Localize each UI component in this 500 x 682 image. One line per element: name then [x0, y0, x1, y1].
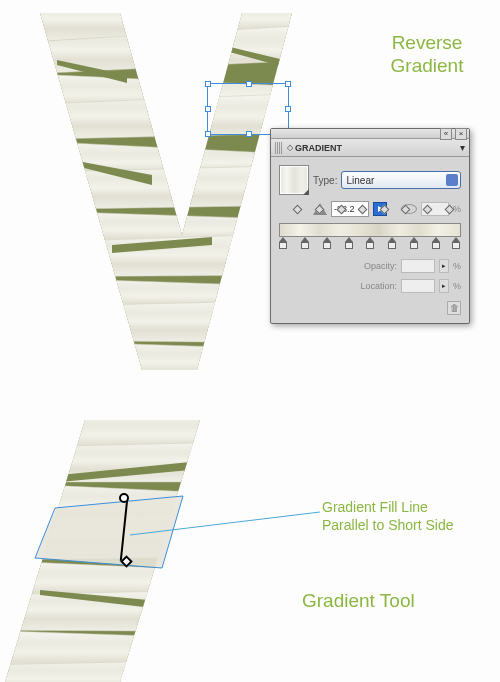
flyout-menu-icon[interactable]: ▾ [460, 142, 465, 153]
bottom-illustration [0, 420, 300, 682]
disclosure-icon[interactable]: ◇ [287, 143, 293, 152]
gradient-ramp[interactable] [279, 223, 461, 237]
type-select[interactable]: Linear [341, 171, 461, 189]
location-label: Location: [360, 281, 397, 291]
panel-title: GRADIENT [295, 143, 342, 153]
type-label: Type: [313, 175, 337, 186]
close-icon[interactable]: × [455, 128, 467, 140]
opacity-label: Opacity: [364, 261, 397, 271]
panel-header: ◇ GRADIENT ▾ [271, 139, 469, 157]
label-gradient-tool: Gradient Tool [302, 590, 415, 613]
trash-icon[interactable]: 🗑 [447, 301, 461, 315]
text: Reverse [392, 32, 463, 53]
label-callout: Gradient Fill Line Parallel to Short Sid… [322, 498, 454, 534]
gradient-panel[interactable]: « × ◇ GRADIENT ▾ Type: Linear -88.2 [270, 128, 470, 324]
location-arrow-icon[interactable]: ▸ [439, 279, 449, 293]
panel-body: Type: Linear -88.2 % [271, 157, 469, 323]
pct: % [453, 261, 461, 271]
panel-collapse-icon[interactable]: « [440, 128, 452, 140]
type-value: Linear [346, 175, 374, 186]
panel-tabbar: « × [271, 129, 469, 139]
gradient-stops[interactable] [279, 239, 461, 253]
v-letter-illustration [12, 5, 302, 375]
text: Parallel to Short Side [322, 517, 454, 533]
text: Gradient Fill Line [322, 499, 428, 515]
opacity-input[interactable] [401, 259, 435, 273]
text: Gradient [391, 55, 464, 76]
gradient-swatch[interactable] [279, 165, 309, 195]
location-input[interactable] [401, 279, 435, 293]
pct: % [453, 281, 461, 291]
opacity-arrow-icon[interactable]: ▸ [439, 259, 449, 273]
label-reverse-gradient: Reverse Gradient [372, 32, 482, 78]
text: Gradient Tool [302, 590, 415, 611]
gradient-start-handle[interactable] [119, 493, 129, 503]
panel-grip-icon [275, 142, 283, 154]
